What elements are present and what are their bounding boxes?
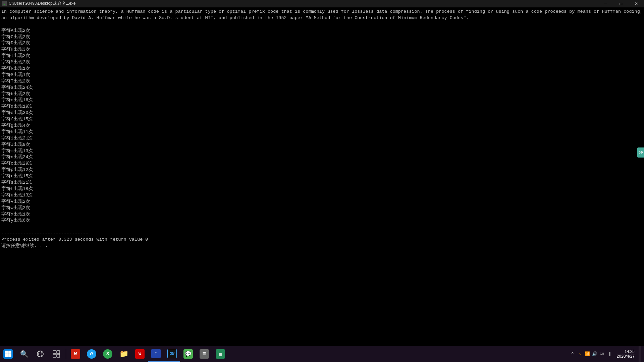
svg-rect-11	[53, 354, 56, 357]
taskbar-apps: 🔍	[0, 346, 228, 362]
char-count-13: 字符e出现30次	[1, 110, 33, 115]
process-exit: Process exited after 0.323 seconds with …	[1, 237, 148, 242]
wps-button[interactable]: W	[67, 346, 84, 362]
svg-rect-9	[53, 351, 56, 354]
char-count-19: 字符m出现13次	[1, 148, 33, 154]
tray-warning[interactable]: ⚠	[577, 351, 583, 357]
system-tray: ⌃ ⚠ 📶 🔊 CH ▐	[569, 351, 613, 357]
svg-rect-5	[8, 354, 11, 357]
minimize-button[interactable]: ─	[598, 0, 613, 7]
titlebar-app-icon: C	[2, 1, 7, 6]
ie-button[interactable]: e	[84, 346, 100, 362]
char-count-9: 字符a出现24次	[1, 85, 33, 90]
svg-rect-4	[5, 354, 8, 357]
char-count-7: 字符S出现1次	[1, 72, 30, 77]
dev-cpp-icon: DEV	[167, 349, 177, 358]
wps-word-button[interactable]: W	[132, 346, 148, 362]
show-desktop-button[interactable]	[639, 346, 641, 362]
close-button[interactable]: ✕	[629, 0, 644, 7]
360-icon: 3	[103, 349, 112, 359]
console-output: In computer science and information theo…	[0, 7, 644, 346]
wps-icon: W	[71, 349, 80, 359]
arrow-button[interactable]: ↑	[148, 346, 164, 362]
tray-network[interactable]: 📶	[584, 351, 591, 357]
wechat-button[interactable]: 💬	[180, 346, 196, 362]
side-button[interactable]: 59	[637, 147, 644, 158]
monitor-icon: ▦	[216, 349, 225, 359]
start-icon	[3, 349, 13, 359]
char-count-18: 字符l出现9次	[1, 142, 30, 147]
tray-keyboard[interactable]: CH	[599, 351, 605, 357]
wechat-icon: 💬	[183, 349, 193, 359]
intro-text: In computer science and information theo…	[1, 9, 644, 20]
svg-rect-10	[57, 351, 60, 354]
char-count-29: 字符x出现1次	[1, 212, 30, 217]
menu-icon: ≡	[200, 349, 209, 359]
svg-rect-12	[57, 354, 60, 357]
char-count-16: 字符h出现11次	[1, 129, 33, 134]
press-any-key: 请按任意键继续. . .	[1, 243, 48, 248]
task-view-button[interactable]	[32, 346, 48, 362]
tray-volume-bar[interactable]: ▐	[606, 351, 613, 357]
char-count-4: 字符I出现2次	[1, 53, 30, 58]
search-icon: 🔍	[19, 349, 29, 359]
char-count-20: 字符n出现24次	[1, 155, 33, 160]
ie-icon: e	[87, 349, 96, 359]
taskbar-right: ⌃ ⚠ 📶 🔊 CH ▐ 14:25 2020/4/27	[569, 346, 644, 362]
snap-icon	[52, 349, 61, 359]
char-count-26: 字符u出现13次	[1, 193, 33, 198]
tray-chevron[interactable]: ⌃	[569, 351, 576, 357]
snap-button[interactable]	[48, 346, 64, 362]
file-explorer-button[interactable]: 📁	[116, 346, 132, 362]
char-count-15: 字符g出现4次	[1, 123, 30, 128]
char-count-23: 字符r出现15次	[1, 174, 33, 179]
taskbar-sep-1	[66, 349, 66, 359]
file-explorer-icon: 📁	[119, 349, 128, 359]
char-count-27: 字符v出现2次	[1, 199, 30, 204]
char-count-24: 字符s出现21次	[1, 180, 33, 185]
char-count-3: 字符H出现3次	[1, 47, 30, 52]
titlebar-title: C:\Users\93498\Desktop\未命名1.exe	[9, 1, 75, 6]
char-count-2: 字符D出现2次	[1, 41, 30, 46]
360-button[interactable]: 3	[100, 346, 116, 362]
monitor-button[interactable]: ▦	[212, 346, 228, 362]
arrow-icon: ↑	[151, 349, 161, 358]
dev-cpp-button[interactable]: DEV	[164, 346, 180, 362]
tray-speaker[interactable]: 🔊	[591, 351, 598, 357]
char-count-10: 字符b出现3次	[1, 92, 30, 97]
menu-button[interactable]: ≡	[196, 346, 212, 362]
char-count-5: 字符M出现3次	[1, 60, 30, 65]
wps-word-icon: W	[135, 349, 145, 359]
titlebar: C C:\Users\93498\Desktop\未命名1.exe ─ □ ✕	[0, 0, 644, 7]
maximize-button[interactable]: □	[613, 0, 629, 7]
char-count-0: 字符A出现2次	[1, 28, 30, 33]
char-count-1: 字符C出现2次	[1, 35, 30, 40]
char-count-25: 字符t出现18次	[1, 186, 33, 191]
titlebar-left: C C:\Users\93498\Desktop\未命名1.exe	[0, 1, 75, 6]
char-count-17: 字符i出现21次	[1, 136, 33, 141]
search-button[interactable]: 🔍	[16, 346, 32, 362]
start-button[interactable]	[0, 346, 16, 362]
char-count-21: 字符o出现29次	[1, 161, 33, 166]
char-count-28: 字符w出现2次	[1, 205, 30, 210]
clock-date: 2020/4/27	[617, 354, 635, 359]
clock-time: 14:25	[625, 349, 635, 354]
svg-rect-3	[8, 351, 11, 354]
char-count-22: 字符p出现12次	[1, 167, 33, 172]
char-count-6: 字符R出现1次	[1, 66, 30, 71]
svg-rect-2	[5, 351, 8, 354]
taskbar: 🔍	[0, 346, 644, 362]
svg-text:C: C	[3, 2, 5, 6]
char-count-30: 字符y出现6次	[1, 218, 30, 223]
char-count-11: 字符c出现16次	[1, 98, 33, 103]
char-count-14: 字符f出现15次	[1, 117, 33, 122]
taskbar-clock[interactable]: 14:25 2020/4/27	[614, 346, 637, 362]
char-count-8: 字符T出现2次	[1, 79, 30, 84]
separator: --------------------------------	[1, 231, 88, 236]
titlebar-controls: ─ □ ✕	[598, 0, 644, 7]
task-view-icon	[36, 349, 45, 359]
char-count-12: 字符d出现19次	[1, 104, 33, 109]
